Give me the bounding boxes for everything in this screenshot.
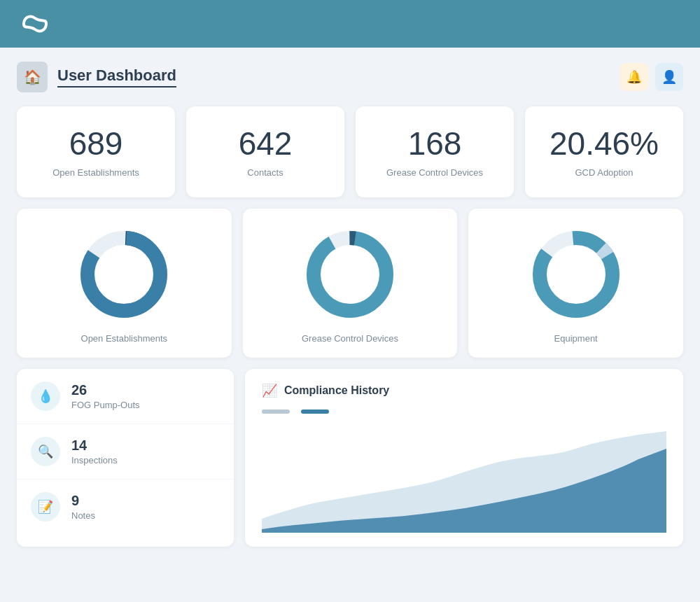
activity-item-fog: 💧 26 FOG Pump-Outs bbox=[17, 369, 234, 424]
donut-label-equipment: Equipment bbox=[554, 333, 598, 344]
activity-item-inspections: 🔍 14 Inspections bbox=[17, 424, 234, 479]
stat-label-adoption: GCD Adoption bbox=[575, 167, 633, 178]
compliance-chart-area bbox=[262, 421, 666, 533]
compliance-chart-svg bbox=[262, 421, 666, 533]
donut-card-equipment: Equipment bbox=[468, 209, 683, 358]
stat-number-gcd: 168 bbox=[408, 126, 462, 162]
fog-label: FOG Pump-Outs bbox=[71, 400, 140, 410]
page-header-left: 🏠 User Dashboard bbox=[17, 62, 176, 92]
stat-card-contacts: 642 Contacts bbox=[186, 106, 344, 197]
donut-chart-establishments bbox=[75, 225, 173, 323]
stat-card-establishments: 689 Open Establishments bbox=[17, 106, 175, 197]
main-content: 🏠 User Dashboard 🔔 👤 689 Open Establishm… bbox=[0, 48, 700, 561]
compliance-header: 📈 Compliance History bbox=[262, 383, 666, 398]
stat-number-establishments: 689 bbox=[69, 126, 123, 162]
donut-chart-equipment bbox=[527, 225, 625, 323]
donut-cards-row: Open Establishments Grease Control Devic… bbox=[17, 209, 683, 358]
legend-bar-2 bbox=[301, 410, 329, 414]
home-icon[interactable]: 🏠 bbox=[17, 62, 48, 92]
stat-cards-row: 689 Open Establishments 642 Contacts 168… bbox=[17, 106, 683, 197]
user-button[interactable]: 👤 bbox=[655, 63, 683, 91]
compliance-title: Compliance History bbox=[284, 384, 389, 397]
compliance-legend bbox=[262, 410, 666, 414]
bell-button[interactable]: 🔔 bbox=[620, 63, 648, 91]
legend-item-1 bbox=[262, 410, 290, 414]
bottom-row: 💧 26 FOG Pump-Outs 🔍 14 Inspections 📝 9 … bbox=[17, 369, 683, 547]
fog-icon: 💧 bbox=[31, 382, 60, 411]
inspections-count: 14 bbox=[71, 438, 118, 454]
stat-label-contacts: Contacts bbox=[247, 167, 283, 178]
donut-card-establishments: Open Establishments bbox=[17, 209, 232, 358]
notes-count: 9 bbox=[71, 493, 95, 509]
donut-label-gcd: Grease Control Devices bbox=[302, 333, 398, 344]
compliance-chart-icon: 📈 bbox=[262, 383, 277, 398]
page-title: User Dashboard bbox=[57, 66, 176, 88]
stat-number-adoption: 20.46% bbox=[550, 126, 659, 162]
donut-card-gcd: Grease Control Devices bbox=[243, 209, 458, 358]
legend-item-2 bbox=[301, 410, 329, 414]
stat-label-gcd: Grease Control Devices bbox=[386, 167, 483, 178]
activity-item-notes: 📝 9 Notes bbox=[17, 479, 234, 534]
activity-list: 💧 26 FOG Pump-Outs 🔍 14 Inspections 📝 9 … bbox=[17, 369, 234, 547]
stat-number-contacts: 642 bbox=[239, 126, 293, 162]
logo-icon bbox=[17, 10, 53, 38]
stat-card-gcd: 168 Grease Control Devices bbox=[356, 106, 514, 197]
donut-chart-gcd bbox=[301, 225, 399, 323]
header-icons: 🔔 👤 bbox=[620, 63, 683, 91]
svg-point-4 bbox=[314, 238, 386, 311]
fog-count: 26 bbox=[71, 382, 140, 398]
legend-bar-1 bbox=[262, 410, 290, 414]
top-bar bbox=[0, 0, 700, 48]
inspections-label: Inspections bbox=[71, 455, 118, 465]
page-header: 🏠 User Dashboard 🔔 👤 bbox=[17, 62, 683, 92]
notes-icon: 📝 bbox=[31, 492, 60, 522]
inspections-icon: 🔍 bbox=[31, 437, 60, 466]
donut-label-establishments: Open Establishments bbox=[81, 333, 168, 344]
stat-card-adoption: 20.46% GCD Adoption bbox=[525, 106, 683, 197]
notes-label: Notes bbox=[71, 510, 95, 521]
compliance-card: 📈 Compliance History bbox=[245, 369, 683, 547]
stat-label-establishments: Open Establishments bbox=[52, 167, 139, 178]
